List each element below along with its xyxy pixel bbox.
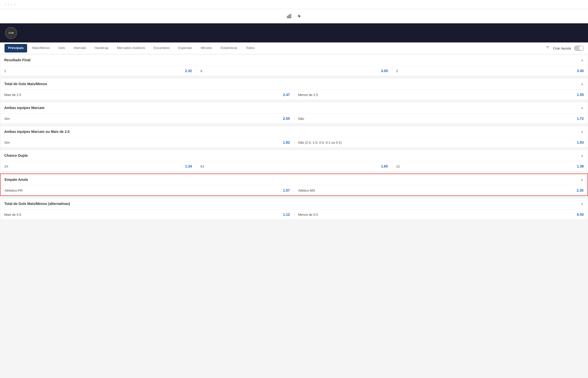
odd-cell[interactable]: Atlético-MG 2.30 xyxy=(294,185,587,195)
odd-cell[interactable]: X2 1.65 xyxy=(196,161,392,171)
odd-cell[interactable]: Athletico-PR 1.57 xyxy=(1,185,294,195)
odd-value: 2.30 xyxy=(577,188,583,192)
odd-label: Não (2-0, 1-0, 0-0, 0-1 ou 0-2) xyxy=(298,141,342,144)
tab-estatisticas[interactable]: Estatísticas xyxy=(217,42,241,54)
stats-icon[interactable] xyxy=(286,13,293,20)
odd-label: Sim xyxy=(4,117,10,121)
odd-label: 1 xyxy=(4,69,6,73)
breadcrumb-separator: › xyxy=(14,3,15,6)
chevron-up-icon: ▲ xyxy=(581,58,584,62)
odd-value: 1.34 xyxy=(185,164,192,168)
odd-value: 1.12 xyxy=(283,212,290,217)
odd-label: Menos de 0.5 xyxy=(298,213,318,217)
odd-value: 6.50 xyxy=(577,212,584,217)
odds-row: Sim 1.82 Não (2-0, 1-0, 0-0, 0-1 ou 0-2)… xyxy=(0,137,588,147)
odd-cell[interactable]: 2 3.45 xyxy=(392,66,588,76)
odd-cell[interactable]: Sim 2.05 xyxy=(0,114,294,124)
market-title: Chance Dupla xyxy=(4,153,28,157)
tab-gols[interactable]: Gols xyxy=(54,42,69,54)
tabs-bar: Principais Mais/Menos Gols Intervalo Han… xyxy=(0,42,588,54)
tab-mercados-asiaticos[interactable]: Mercados Asiáticos xyxy=(113,42,149,54)
odd-cell[interactable]: 12 1.38 xyxy=(392,161,588,171)
market-section-empate-anula: Empate Anula ▲ Athletico-PR 1.57 Atlétic… xyxy=(0,174,588,196)
market-section-chance-dupla: Chance Dupla ▲ 1X 1.34 X2 1.65 12 1.38 xyxy=(0,150,588,172)
chevron-up-icon: ▲ xyxy=(581,106,584,110)
tabs-right: Criar Aposta xyxy=(545,45,584,51)
tab-principais[interactable]: Principais xyxy=(5,44,27,52)
odd-value: 3.45 xyxy=(577,69,584,73)
chevron-up-icon: ▲ xyxy=(581,82,584,86)
tab-mais-menos[interactable]: Mais/Menos xyxy=(28,42,54,54)
odd-label: Menos de 2.5 xyxy=(298,93,318,97)
odd-label: 1X xyxy=(4,165,8,168)
odd-cell[interactable]: 1 2.32 xyxy=(0,66,196,76)
breadcrumb-separator: › xyxy=(11,3,12,6)
tab-especiais[interactable]: Especiais xyxy=(174,42,196,54)
market-title: Ambas equipes Marcam ou Mais de 2.5 xyxy=(4,130,70,134)
market-section-total-gols-mais-menos-alt: Total de Gols Mais/Menos (alternativas) … xyxy=(0,198,588,220)
svg-marker-3 xyxy=(297,14,301,18)
breadcrumb-separator: › xyxy=(5,3,6,6)
sponsor-banner xyxy=(0,23,588,42)
odd-cell[interactable]: Mais de 0.5 1.12 xyxy=(0,209,294,220)
odd-label: Sim xyxy=(4,141,10,144)
tab-handicap[interactable]: Handicap xyxy=(91,42,113,54)
odd-value: 2.47 xyxy=(283,93,290,97)
odd-value: 1.57 xyxy=(283,188,290,192)
odd-label: Mais de 0.5 xyxy=(4,213,21,217)
market-title: Resultado Final xyxy=(4,58,30,62)
odds-row: Athletico-PR 1.57 Atlético-MG 2.30 xyxy=(1,185,587,195)
market-header-empate-anula[interactable]: Empate Anula ▲ xyxy=(1,174,587,185)
tab-minutos[interactable]: Minutos xyxy=(197,42,216,54)
breadcrumb-separator: › xyxy=(8,3,9,6)
odd-cell[interactable]: 1X 1.34 xyxy=(0,161,196,171)
odd-value: 1.72 xyxy=(577,117,584,121)
odd-cell[interactable]: Sim 1.82 xyxy=(0,137,294,147)
odd-value: 2.32 xyxy=(185,69,192,73)
market-title: Total de Gols Mais/Menos xyxy=(4,82,47,86)
odd-value: 1.65 xyxy=(381,164,388,168)
lightning-icon[interactable] xyxy=(296,13,303,20)
odd-cell[interactable]: Mais de 2.5 2.47 xyxy=(0,90,294,100)
chevron-up-icon: ▲ xyxy=(580,178,583,181)
odds-row: Mais de 2.5 2.47 Menos de 2.5 1.55 xyxy=(0,90,588,100)
odd-cell[interactable]: X 3.05 xyxy=(196,66,392,76)
odds-row: 1 2.32 X 3.05 2 3.45 xyxy=(0,66,588,76)
market-title: Ambas equipes Marcam xyxy=(4,106,44,110)
odd-label: X xyxy=(200,69,202,73)
odd-cell[interactable]: Não 1.72 xyxy=(294,114,588,124)
market-header-ambas-equipes-marcam-ou-mais[interactable]: Ambas equipes Marcam ou Mais de 2.5 ▲ xyxy=(0,126,588,137)
odd-value: 1.38 xyxy=(577,164,584,168)
breadcrumb: › › › › xyxy=(0,0,588,9)
odds-row: Mais de 0.5 1.12 Menos de 0.5 6.50 xyxy=(0,209,588,220)
market-header-total-gols-mais-menos[interactable]: Total de Gols Mais/Menos ▲ xyxy=(0,78,588,90)
odd-label: Não xyxy=(298,117,304,121)
market-header-ambas-equipes-marcam[interactable]: Ambas equipes Marcam ▲ xyxy=(0,102,588,114)
svg-rect-1 xyxy=(289,15,289,18)
odd-label: Athletico-PR xyxy=(5,189,23,192)
odd-label: 12 xyxy=(396,165,400,168)
odd-value: 1.82 xyxy=(283,140,290,144)
market-section-total-gols-mais-menos: Total de Gols Mais/Menos ▲ Mais de 2.5 2… xyxy=(0,78,588,100)
market-header-chance-dupla[interactable]: Chance Dupla ▲ xyxy=(0,150,588,161)
market-section-ambas-equipes-marcam: Ambas equipes Marcam ▲ Sim 2.05 Não 1.72 xyxy=(0,102,588,124)
tab-escanteios[interactable]: Escanteios xyxy=(150,42,174,54)
tab-todos[interactable]: Todos xyxy=(242,42,259,54)
criar-aposta-toggle[interactable] xyxy=(574,45,584,51)
market-title: Total de Gols Mais/Menos (alternativas) xyxy=(4,202,70,206)
filter-icon[interactable] xyxy=(545,45,550,51)
odd-value: 1.93 xyxy=(577,140,584,144)
market-header-total-gols-mais-menos-alt[interactable]: Total de Gols Mais/Menos (alternativas) … xyxy=(0,198,588,209)
odd-value: 1.55 xyxy=(577,93,584,97)
odd-cell[interactable]: Menos de 0.5 6.50 xyxy=(294,209,588,220)
chevron-up-icon: ▲ xyxy=(581,154,584,157)
tab-intervalo[interactable]: Intervalo xyxy=(70,42,90,54)
odd-cell[interactable]: Não (2-0, 1-0, 0-0, 0-1 ou 0-2) 1.93 xyxy=(294,137,588,147)
market-header-resultado-final[interactable]: Resultado Final ▲ xyxy=(0,55,588,66)
odd-cell[interactable]: Menos de 2.5 1.55 xyxy=(294,90,588,100)
odd-label: X2 xyxy=(200,165,204,168)
odd-value: 3.05 xyxy=(381,69,388,73)
odd-value: 2.05 xyxy=(283,117,290,121)
sponsor-logo xyxy=(5,27,17,39)
svg-rect-2 xyxy=(290,14,291,18)
